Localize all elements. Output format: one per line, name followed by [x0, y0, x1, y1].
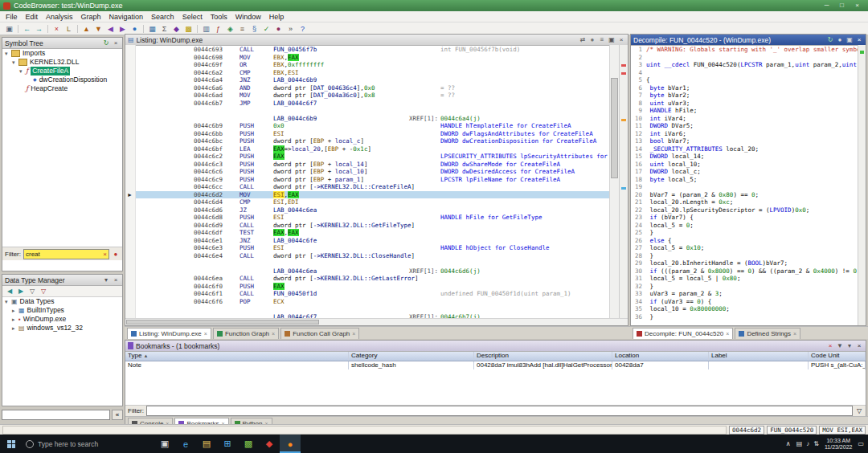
- clone-window-icon[interactable]: ▣: [608, 35, 616, 44]
- decompiler-line-8[interactable]: 8 uint uVar3;: [631, 100, 858, 108]
- listing-row-0044c69f[interactable]: 0044c69fOREBX,0xffffffff: [136, 61, 609, 69]
- decompiler-line-29[interactable]: 29 local_20.bInheritHandle = (BOOL)bVar7…: [631, 259, 858, 267]
- close-icon[interactable]: ×: [112, 275, 120, 284]
- decompiler-line-5[interactable]: 5{: [631, 76, 858, 84]
- symbol-filter-input[interactable]: creat ×: [23, 249, 109, 259]
- close-tab-icon[interactable]: ×: [204, 331, 207, 337]
- decompiler-line-1[interactable]: 1/* WARNING: Globals starting with '_' o…: [631, 46, 858, 54]
- close-icon[interactable]: ×: [855, 35, 863, 44]
- column-header-category[interactable]: Category: [349, 352, 474, 361]
- symbol-tree-item-kernel32-dll[interactable]: ▾KERNEL32.DLL: [2, 58, 122, 67]
- decompiler-line-10[interactable]: 10 int iVar4;: [631, 115, 858, 123]
- next-function-icon[interactable]: ▶: [117, 24, 128, 34]
- listing-row-0044c6df[interactable]: 0044c6dfTESTEAX,EAX: [136, 229, 609, 237]
- decompiler-tab-defined-strings[interactable]: Defined Strings×: [735, 328, 800, 339]
- decompiler-line-20[interactable]: 20 bVar7 = (param_2 & 0x80) == 0;: [631, 191, 858, 199]
- column-header-type[interactable]: Type ▲: [125, 352, 349, 361]
- listing-row-0044c6a4[interactable]: 0044c6a4JNZLAB_0044c6b9: [136, 76, 609, 84]
- forward-icon[interactable]: →: [34, 24, 44, 34]
- decompiler-line-36[interactable]: 36 }: [631, 313, 858, 321]
- filter-pointers-icon[interactable]: ▽: [28, 287, 36, 296]
- go-to-icon[interactable]: ●: [129, 24, 140, 34]
- menu-icon[interactable]: ▾: [845, 341, 854, 350]
- data-type-item-windows-vs12-32[interactable]: ▸▤windows_vs12_32: [2, 324, 122, 333]
- bookmark-icon[interactable]: ◆: [171, 24, 182, 34]
- expander-icon[interactable]: ▾: [5, 297, 11, 306]
- memory-map-icon[interactable]: ▦: [147, 24, 158, 34]
- clone-window-icon[interactable]: ▣: [845, 35, 854, 44]
- decompiler-line-11[interactable]: 11 DWORD DVar5;: [631, 122, 858, 130]
- column-header-code-unit[interactable]: Code Unit: [809, 352, 866, 361]
- listing-row-0044c6d9[interactable]: 0044c6d9CALLdword ptr [->KERNEL32.DLL::G…: [136, 222, 609, 230]
- listing-row-0044c6b9[interactable]: 0044c6b9PUSH0x0HANDLE hTemplateFile for …: [136, 122, 609, 130]
- listing-row-0044c6e4[interactable]: 0044c6e4CALLdword ptr [->KERNEL32.DLL::C…: [136, 252, 609, 260]
- speaker-icon[interactable]: ♪: [806, 440, 809, 447]
- listing-row-0044c6bf[interactable]: 0044c6bfLEAEAX=>local_20,[EBP + -0x1c]: [136, 145, 609, 153]
- listing-row-0044c6b7[interactable]: 0044c6b7JMPLAB_0044c6f7: [136, 100, 609, 108]
- expander-icon[interactable]: ▾: [5, 49, 11, 58]
- decompiler-line-17[interactable]: 17 DWORD local_c;: [631, 168, 858, 176]
- decompiler-line-25[interactable]: 25 }: [631, 229, 858, 237]
- highlight-icon[interactable]: ▩: [183, 24, 194, 34]
- listing-row-0044c6ea[interactable]: 0044c6eaCALLdword ptr [->KERNEL32.DLL::G…: [136, 275, 609, 283]
- listing-row-0044c6c2[interactable]: 0044c6c2PUSHEAXLPSECURITY_ATTRIBUTES lpS…: [136, 153, 609, 161]
- expander-icon[interactable]: ▾: [12, 58, 18, 67]
- decompiler-line-15[interactable]: 15 DWORD local_14;: [631, 153, 858, 161]
- back-icon[interactable]: ◀: [6, 287, 14, 296]
- listing-row-0044c6d8[interactable]: 0044c6d8PUSHESIHANDLE hFile for GetFileT…: [136, 214, 609, 222]
- action-center-icon[interactable]: ▭: [858, 440, 864, 447]
- decompiler-view[interactable]: 1/* WARNING: Globals starting with '_' o…: [631, 45, 858, 325]
- menu-edit[interactable]: Edit: [22, 13, 43, 21]
- hidden-icons-chevron[interactable]: ∧: [786, 440, 791, 447]
- prev-function-icon[interactable]: ◀: [105, 24, 116, 34]
- expander-icon[interactable]: ▸: [12, 315, 18, 324]
- taskbar-search[interactable]: Type here to search: [23, 435, 154, 453]
- decompiler-line-33[interactable]: 33 uVar3 = param_2 & 3;: [631, 290, 858, 298]
- byte-viewer-icon[interactable]: ▥: [201, 24, 211, 34]
- forward-icon[interactable]: ▶: [17, 287, 25, 296]
- filter-icon[interactable]: ▼: [836, 341, 844, 350]
- menu-icon[interactable]: ▾: [102, 275, 110, 284]
- close-tab-icon[interactable]: ×: [793, 331, 796, 337]
- listing-row-0044c693[interactable]: 0044c693CALLFUN_00456f7bint FUN_00456f7b…: [136, 46, 609, 54]
- clear-filter-icon[interactable]: ×: [103, 251, 107, 258]
- script-manager-icon[interactable]: §: [249, 24, 260, 34]
- symbol-tree-item-heapcreate[interactable]: ƒHeapCreate: [2, 84, 122, 93]
- refresh-icon[interactable]: ↻: [826, 35, 834, 44]
- bookmark-row[interactable]: Noteshellcode_hash00428da7 imul83hAdd [h…: [125, 361, 866, 369]
- listing-row-0044c698[interactable]: 0044c698MOVEBX,EAX: [136, 54, 609, 62]
- decompiler-line-28[interactable]: 28 }: [631, 252, 858, 260]
- symbol-tree-item-imports[interactable]: ▾Imports: [2, 49, 122, 58]
- notepad-plus-icon[interactable]: ▩: [238, 435, 259, 453]
- decompiler-line-7[interactable]: 7 byte bVar2;: [631, 92, 858, 100]
- firefox-icon[interactable]: ●: [280, 435, 301, 453]
- listing-row-0044c6a2[interactable]: 0044c6a2CMPEBX,ESI: [136, 69, 609, 77]
- menu-graph[interactable]: Graph: [77, 13, 105, 21]
- column-header-description[interactable]: Description: [474, 352, 612, 361]
- start-button[interactable]: [0, 435, 23, 453]
- maximize-button[interactable]: □: [834, 0, 850, 11]
- data-type-item-windump-exe[interactable]: ▸▪WinDump.exe: [2, 315, 122, 324]
- listing-row-0044c6d4[interactable]: 0044c6d4CMPESI,EDI: [136, 198, 609, 206]
- listing-row-0044c6e1[interactable]: 0044c6e1JNZLAB_0044c6fe: [136, 237, 609, 245]
- call-trees-icon[interactable]: ≡: [237, 24, 248, 34]
- data-type-item-data-types[interactable]: ▾▣Data Types: [2, 297, 122, 306]
- listing-view[interactable]: ► 0044c693CALLFUN_00456f7bint FUN_00456f…: [125, 45, 628, 319]
- checkpoint-icon[interactable]: ✓: [261, 24, 272, 34]
- decompiler-line-23[interactable]: 23 if (bVar7) {: [631, 214, 858, 222]
- delete-bookmark-icon[interactable]: ×: [826, 341, 834, 350]
- decompiler-line-18[interactable]: 18 byte local_5;: [631, 176, 858, 184]
- symbol-tree-item-dwcreationdisposition[interactable]: ◆dwCreationDisposition: [2, 76, 122, 84]
- filter-clear-button-icon[interactable]: ●: [112, 250, 120, 259]
- decompiler-line-16[interactable]: 16 uint local_10;: [631, 161, 858, 169]
- expander-icon[interactable]: ▸: [12, 306, 18, 315]
- back-icon[interactable]: ←: [22, 24, 32, 34]
- decompiler-line-32[interactable]: 32 }: [631, 283, 858, 291]
- decompiler-line-26[interactable]: 26 else {: [631, 237, 858, 245]
- menu-file[interactable]: File: [2, 13, 22, 21]
- menu-help[interactable]: Help: [265, 13, 289, 21]
- decompile-view-icon[interactable]: ƒ: [213, 24, 223, 34]
- menu-analysis[interactable]: Analysis: [42, 13, 77, 21]
- decompiler-line-35[interactable]: 35 local_10 = 0x80000000;: [631, 305, 858, 313]
- edit-labels-icon[interactable]: L: [63, 24, 74, 34]
